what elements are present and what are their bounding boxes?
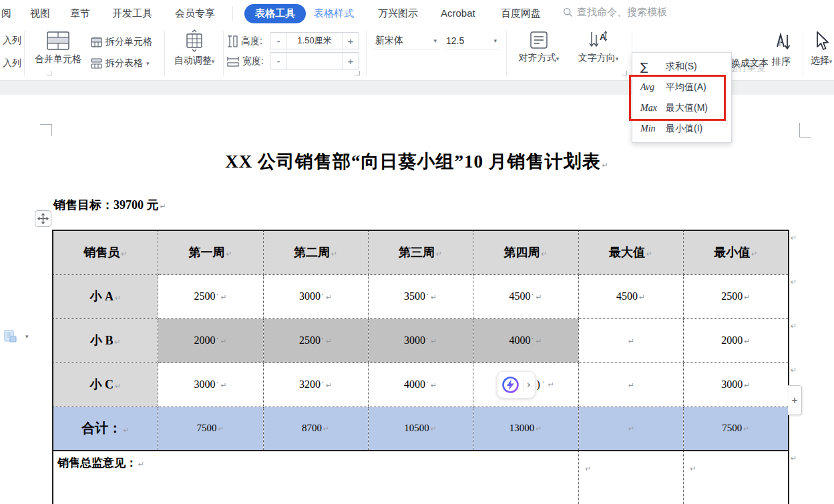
table-header-cell[interactable]: 第二周↵ [263, 230, 368, 274]
chevron-down-icon: ▾ [25, 333, 29, 340]
add-row-button[interactable]: + [788, 385, 802, 415]
select-button[interactable]: 选择▾ [807, 31, 834, 67]
paragraph-mark: ↵ [751, 250, 757, 258]
table-cell[interactable]: 13000↵ [473, 407, 578, 451]
table-cell[interactable]: 3500·↵ [368, 274, 473, 318]
dialog-launcher[interactable] [47, 71, 51, 75]
header-label: 销售员 [83, 246, 120, 259]
sort-button[interactable]: 排序 [767, 31, 796, 68]
table-cell[interactable]: 3000↵ [683, 362, 789, 407]
table-header-cell[interactable]: 销售员↵ [53, 230, 158, 274]
table-row-label[interactable]: 合计：↵ [53, 407, 158, 451]
table-row-label[interactable]: 小 B↵ [53, 318, 158, 362]
menu-item-average[interactable]: Avg平均值(A) [632, 77, 731, 97]
table-cell[interactable]: 3000·↵ [263, 274, 368, 318]
paste-options-button[interactable]: ▾ [4, 330, 29, 343]
command-search[interactable]: 查找命令、搜索模板 [563, 6, 667, 19]
paragraph-mark: ↵ [628, 381, 634, 390]
tab-view[interactable]: 视图 [30, 7, 50, 20]
table-cell[interactable]: 4500·↵ [473, 274, 578, 318]
tab-baidu-pan[interactable]: 百度网盘 [501, 7, 541, 20]
table-cell[interactable]: 10500↵ [368, 407, 473, 451]
font-size-combo[interactable]: 12.5▾ [443, 32, 499, 49]
cell-value: 8700 [302, 423, 322, 433]
text-direction-button[interactable]: A 文字方向▾ [572, 31, 625, 64]
merge-cells-button[interactable]: 合并单元格 [29, 31, 87, 65]
max-icon: Max [640, 103, 659, 113]
table-cell[interactable]: ↵ [683, 451, 789, 504]
width-plus-button[interactable]: + [342, 53, 359, 69]
cell-value: 3500 [404, 290, 425, 302]
table-cell[interactable]: 3000·↵ [368, 318, 473, 362]
col-width-stepper[interactable]: - + [270, 52, 359, 69]
cell-value: 4000 [404, 379, 425, 390]
table-cell[interactable]: ›)·↵ [473, 362, 578, 407]
table-header-cell[interactable]: 最小值↵ [683, 230, 789, 274]
menu-item-min[interactable]: Min最小值(I) [632, 118, 731, 139]
height-minus-button[interactable]: - [270, 33, 287, 49]
table-cell[interactable]: 2000↵ [683, 318, 789, 362]
align-button[interactable]: 对齐方式▾ [513, 31, 565, 64]
insert-column-button-2[interactable]: 入列 [3, 57, 21, 69]
font-name-combo[interactable]: 新宋体▾ [373, 32, 439, 49]
paragraph-mark: ↵ [431, 381, 437, 390]
menu-item-max[interactable]: Max最大值(M) [632, 97, 731, 118]
paragraph-mark: ↵ [431, 293, 437, 302]
tab-acrobat[interactable]: Acrobat [441, 7, 475, 19]
table-cell[interactable]: ↵ [578, 407, 683, 451]
table-cell[interactable]: 2500·↵ [263, 318, 368, 362]
director-opinion-cell[interactable]: 销售总监意见：↵ [53, 451, 578, 504]
wps-ai-button[interactable]: › [497, 371, 536, 399]
table-cell[interactable]: 4000·↵ [473, 318, 578, 362]
table-cell[interactable]: 2000·↵ [158, 318, 263, 362]
row-end-mark: ↵ [791, 234, 797, 242]
table-row-label[interactable]: 小 C↵ [53, 362, 158, 407]
tab-section[interactable]: 章节 [70, 7, 90, 20]
tab-member[interactable]: 会员专享 [175, 7, 215, 20]
paragraph-mark: ↵ [226, 250, 232, 258]
table-cell[interactable]: 7500↵ [158, 407, 263, 451]
table-header-cell[interactable]: 第一周↵ [158, 230, 263, 274]
tab-dev-tools[interactable]: 开发工具 [112, 7, 152, 20]
field-mark: · [426, 378, 429, 387]
split-cells-button[interactable]: 拆分单元格 [91, 36, 152, 48]
tab-review-partial[interactable]: 阅 [1, 7, 11, 20]
dialog-launcher[interactable] [355, 71, 360, 75]
height-plus-button[interactable]: + [342, 33, 359, 49]
table-cell[interactable]: 2500↵ [683, 274, 789, 318]
tab-table-style[interactable]: 表格样式 [314, 7, 354, 20]
table-cell[interactable]: ↵ [578, 362, 683, 407]
table-move-handle[interactable] [35, 210, 51, 227]
table-cell[interactable]: ↵ [578, 318, 683, 362]
field-mark: · [216, 378, 218, 387]
tab-wanxing[interactable]: 万兴图示 [378, 7, 418, 20]
cell-value: 4000 [509, 334, 530, 346]
table-header-cell[interactable]: 最大值↵ [578, 230, 683, 274]
table-cell[interactable]: 3200·↵ [263, 362, 368, 407]
height-value[interactable]: 1.50厘米 [287, 33, 342, 49]
field-mark: · [321, 378, 324, 387]
sum-icon: ∑ [640, 60, 659, 73]
table-header-cell[interactable]: 第四周↵ [473, 230, 578, 274]
table-cell[interactable]: 2500·↵ [158, 274, 263, 318]
insert-column-button-1[interactable]: 入列 [3, 35, 21, 47]
tab-table-tools[interactable]: 表格工具 [244, 4, 306, 23]
col-width-label: 宽度: [227, 55, 264, 67]
table-row-label[interactable]: 小 A↵ [53, 274, 158, 318]
table-cell[interactable]: 7500↵ [683, 407, 789, 451]
convert-to-text-button[interactable]: 换成文本 [731, 57, 769, 69]
table-cell[interactable]: 4500↵ [578, 274, 683, 318]
table-header-cell[interactable]: 第三周↵ [368, 230, 473, 274]
table-cell[interactable]: 3000·↵ [158, 362, 263, 407]
table-cell[interactable]: 4000·↵ [368, 362, 473, 407]
dialog-launcher[interactable] [622, 71, 627, 75]
table-cell[interactable]: ↵ [578, 451, 683, 504]
page-margin-mark-right [799, 123, 811, 138]
autofit-button[interactable]: 自动调整▾ [171, 29, 218, 67]
width-value[interactable] [287, 53, 342, 69]
width-minus-button[interactable]: - [270, 53, 287, 69]
table-cell[interactable]: 8700↵ [263, 407, 368, 451]
menu-item-sum[interactable]: ∑求和(S) [632, 56, 731, 77]
row-height-stepper[interactable]: - 1.50厘米 + [270, 32, 359, 49]
split-table-button[interactable]: 拆分表格 ▾ [91, 57, 150, 69]
